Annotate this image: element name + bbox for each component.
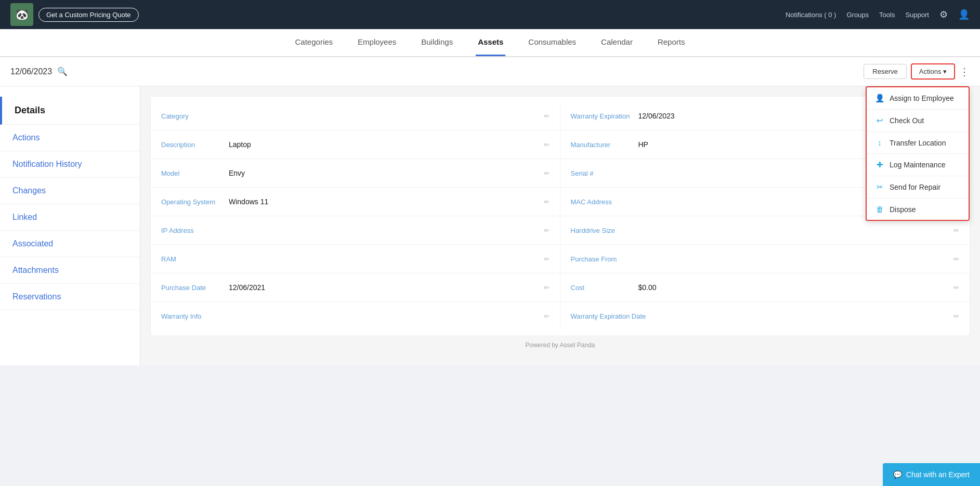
edit-os-icon[interactable]: ✏ xyxy=(544,198,550,206)
edit-cost-icon[interactable]: ✏ xyxy=(953,284,959,292)
sidebar-item-changes[interactable]: Changes xyxy=(0,178,140,204)
label-manufacturer: Manufacturer xyxy=(571,141,638,149)
nav-assets[interactable]: Assets xyxy=(476,29,505,56)
action-assign-employee-label: Assign to Employee xyxy=(890,94,954,102)
action-dispose-label: Dispose xyxy=(890,205,916,214)
page-header-left: 12/06/2023 🔍 xyxy=(10,67,68,76)
detail-cell-category: Category ✏ xyxy=(151,102,560,130)
label-serial: Serial # xyxy=(571,169,638,177)
detail-cell-model: Model Envy ✏ xyxy=(151,159,560,187)
edit-warranty-exp-date-icon[interactable]: ✏ xyxy=(953,312,959,320)
page-header-right: Reserve Actions ▾ ⋮ xyxy=(864,63,970,80)
label-purchase-date: Purchase Date xyxy=(161,284,229,292)
support-link[interactable]: Support xyxy=(905,11,929,19)
edit-description-icon[interactable]: ✏ xyxy=(544,141,550,149)
reserve-button[interactable]: Reserve xyxy=(864,64,906,79)
assign-employee-icon: 👤 xyxy=(875,94,884,103)
label-warranty-info: Warranty Info xyxy=(161,312,229,320)
detail-cell-description: Description Laptop ✏ xyxy=(151,130,560,159)
label-purchase-from: Purchase From xyxy=(571,255,638,263)
detail-row: Warranty Info ✏ Warranty Expiration Date… xyxy=(151,302,970,330)
nav-calendar[interactable]: Calendar xyxy=(599,29,635,56)
edit-warranty-info-icon[interactable]: ✏ xyxy=(544,312,550,320)
nav-employees[interactable]: Employees xyxy=(356,29,398,56)
page-header: 12/06/2023 🔍 Reserve Actions ▾ ⋮ 👤 Assig… xyxy=(0,57,980,86)
action-log-maintenance-label: Log Maintenance xyxy=(890,161,945,169)
label-description: Description xyxy=(161,141,229,149)
nav-consumables[interactable]: Consumables xyxy=(526,29,578,56)
sidebar-item-notification-history[interactable]: Notification History xyxy=(0,151,140,178)
action-assign-employee[interactable]: 👤 Assign to Employee xyxy=(867,87,969,110)
edit-ram-icon[interactable]: ✏ xyxy=(544,255,550,263)
actions-button[interactable]: Actions ▾ xyxy=(911,63,955,80)
edit-purchase-date-icon[interactable]: ✏ xyxy=(544,284,550,292)
top-nav-right: Notifications ( 0 ) Groups Tools Support… xyxy=(786,9,970,20)
detail-cell-warranty-info: Warranty Info ✏ xyxy=(151,302,560,330)
sidebar-item-associated[interactable]: Associated xyxy=(0,231,140,257)
detail-cell-purchase-date: Purchase Date 12/06/2021 ✏ xyxy=(151,273,560,301)
detail-cell-ram: RAM ✏ xyxy=(151,245,560,273)
log-maintenance-icon: ✚ xyxy=(875,160,884,169)
actions-dropdown: 👤 Assign to Employee ↩ Check Out ↕ Trans… xyxy=(866,86,970,221)
label-os: Operating System xyxy=(161,198,229,206)
secondary-nav: Categories Employees Buildings Assets Co… xyxy=(0,29,980,57)
value-purchase-date: 12/06/2021 xyxy=(229,283,544,292)
edit-purchase-from-icon[interactable]: ✏ xyxy=(953,255,959,263)
detail-cell-purchase-from: Purchase From ✏ xyxy=(560,245,970,273)
action-send-repair-label: Send for Repair xyxy=(890,183,940,191)
dispose-icon: 🗑 xyxy=(875,205,884,214)
more-options-button[interactable]: ⋮ xyxy=(959,65,970,78)
detail-row: Operating System Windows 11 ✏ MAC Addres… xyxy=(151,188,970,216)
custom-quote-button[interactable]: Get a Custom Pricing Quote xyxy=(38,8,139,22)
action-transfer-location-label: Transfer Location xyxy=(890,139,946,147)
action-dispose[interactable]: 🗑 Dispose xyxy=(867,199,969,220)
detail-cell-os: Operating System Windows 11 ✏ xyxy=(151,188,560,216)
search-button[interactable]: 🔍 xyxy=(57,67,68,76)
detail-row: Description Laptop ✏ Manufacturer HP ✏ xyxy=(151,130,970,159)
action-log-maintenance[interactable]: ✚ Log Maintenance xyxy=(867,154,969,176)
check-out-icon: ↩ xyxy=(875,116,884,125)
detail-row: Model Envy ✏ Serial # ✏ xyxy=(151,159,970,188)
details-card: Category ✏ Warranty Expiration 12/06/202… xyxy=(151,97,970,335)
sidebar-item-details[interactable]: Details xyxy=(0,97,140,125)
nav-categories[interactable]: Categories xyxy=(293,29,335,56)
action-check-out-label: Check Out xyxy=(890,116,924,125)
logo-image: 🐼 xyxy=(10,3,33,26)
detail-row: IP Address ✏ Harddrive Size ✏ xyxy=(151,216,970,245)
sidebar-item-attachments[interactable]: Attachments xyxy=(0,257,140,284)
detail-cell-ip: IP Address ✏ xyxy=(151,216,560,244)
sidebar-item-actions[interactable]: Actions xyxy=(0,125,140,151)
label-harddrive: Harddrive Size xyxy=(571,227,638,234)
user-icon[interactable]: 👤 xyxy=(958,9,970,20)
sidebar-item-reservations[interactable]: Reservations xyxy=(0,284,140,310)
action-transfer-location[interactable]: ↕ Transfer Location xyxy=(867,132,969,154)
label-model: Model xyxy=(161,169,229,177)
page-footer: Powered by Asset Panda xyxy=(151,335,970,355)
label-ip: IP Address xyxy=(161,227,229,234)
top-nav: 🐼 Get a Custom Pricing Quote Notificatio… xyxy=(0,0,980,29)
edit-harddrive-icon[interactable]: ✏ xyxy=(953,227,959,234)
nav-buildings[interactable]: Buildings xyxy=(419,29,455,56)
logo-area: 🐼 Get a Custom Pricing Quote xyxy=(10,3,139,26)
detail-row: Category ✏ Warranty Expiration 12/06/202… xyxy=(151,102,970,130)
page-date: 12/06/2023 xyxy=(10,67,52,76)
label-warranty-exp-date: Warranty Expiration Date xyxy=(571,312,646,320)
action-send-repair[interactable]: ✂ Send for Repair xyxy=(867,176,969,199)
label-cost: Cost xyxy=(571,284,638,292)
value-description: Laptop xyxy=(229,140,544,149)
value-os: Windows 11 xyxy=(229,198,544,206)
notifications-link[interactable]: Notifications ( 0 ) xyxy=(786,11,837,19)
nav-reports[interactable]: Reports xyxy=(656,29,687,56)
detail-row: RAM ✏ Purchase From ✏ xyxy=(151,245,970,273)
groups-link[interactable]: Groups xyxy=(846,11,869,19)
action-check-out[interactable]: ↩ Check Out xyxy=(867,110,969,132)
tools-link[interactable]: Tools xyxy=(879,11,895,19)
sidebar-item-linked[interactable]: Linked xyxy=(0,204,140,231)
settings-icon[interactable]: ⚙ xyxy=(939,9,948,20)
label-ram: RAM xyxy=(161,255,229,263)
main-panel: Category ✏ Warranty Expiration 12/06/202… xyxy=(140,86,980,365)
edit-model-icon[interactable]: ✏ xyxy=(544,169,550,177)
edit-category-icon[interactable]: ✏ xyxy=(544,112,550,120)
edit-ip-icon[interactable]: ✏ xyxy=(544,227,550,234)
detail-cell-warranty-exp-date: Warranty Expiration Date ✏ xyxy=(560,302,970,330)
